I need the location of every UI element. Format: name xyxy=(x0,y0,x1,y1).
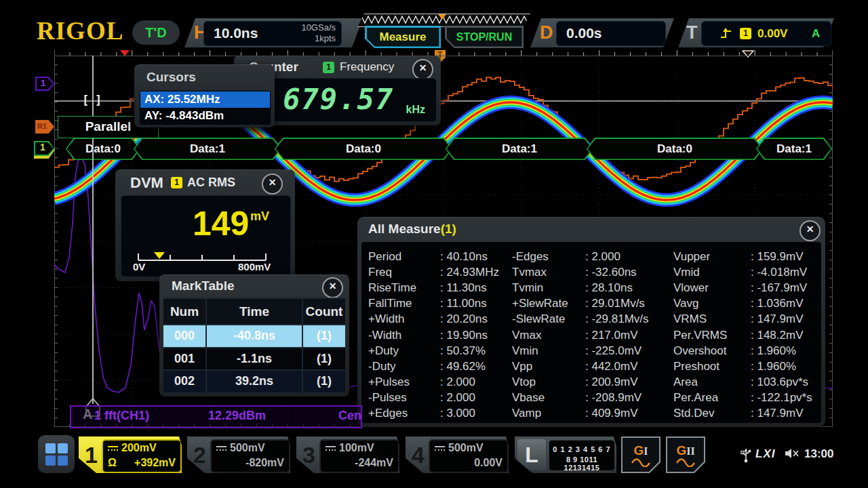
measure-value: : 49.62% xyxy=(440,360,486,373)
measure-column: -Edges: 2.000Tvmax: -32.60nsTvmin: 28.10… xyxy=(512,249,649,422)
measure-name: Std.Dev xyxy=(673,407,751,420)
measure-name: Vmid xyxy=(673,266,751,279)
measure-name: -SlewRate xyxy=(512,312,585,326)
measure-item: Vmax: 217.0mV xyxy=(512,327,649,343)
measure-item: +Edges: 3.000 xyxy=(368,406,499,422)
cursors-title: Cursors xyxy=(146,70,196,85)
math-channel-badge[interactable]: 1 xyxy=(35,77,54,91)
measure-item: Vpp: 442.0mV xyxy=(512,359,649,374)
measure-value: : 1.960% xyxy=(751,360,796,373)
measure-item: Freq: 24.93MHz xyxy=(368,264,499,280)
measure-item: +SlewRate: 29.01Mv/s xyxy=(512,296,649,312)
channel3-scale: 100mV xyxy=(339,442,374,454)
measure-item: -Edges: 2.000 xyxy=(512,249,649,264)
measure-value: : 103.6pv*s xyxy=(751,375,808,389)
channel4-button[interactable]: 4 500mV 0.00V xyxy=(406,436,509,473)
gen1-button[interactable]: GI xyxy=(621,436,660,473)
rigol-logo: RIGOL xyxy=(37,16,123,45)
channel1-button[interactable]: 1 200mV Ω +392mV xyxy=(79,436,182,473)
measure-value: : -167.9mV xyxy=(751,281,807,295)
measure-name: Vlower xyxy=(673,281,751,295)
measure-item: Vbase: -208.9mV xyxy=(512,390,649,406)
all-measure-panel: All Measure(1) ✕ Period: 40.10nsFreq: 24… xyxy=(357,217,825,427)
measure-value: : 2.000 xyxy=(440,391,475,405)
cursor-ay-readout[interactable]: AY: -4.843dBm xyxy=(140,108,270,123)
ref1-badge[interactable]: R1 xyxy=(35,120,54,134)
channel4-offset: 0.00V xyxy=(474,457,502,469)
measure-item: Overshoot: 1.960% xyxy=(673,343,812,359)
menu-button[interactable] xyxy=(38,435,75,473)
cursors-readout: AX: 25.52MHz AY: -4.843dBm xyxy=(139,90,271,125)
cursor-bracket-left[interactable]: [ xyxy=(82,94,89,107)
dc-coupling-icon xyxy=(216,446,226,451)
dvm-scale-marker xyxy=(154,252,165,259)
table-row[interactable]: 001-1.1ns(1) xyxy=(163,348,345,370)
measure-item: RiseTime: 11.30ns xyxy=(368,280,499,296)
measure-item: Preshoot: 1.960% xyxy=(673,359,812,374)
cursor-bracket-right[interactable]: ] xyxy=(95,94,102,107)
table-cell: Num xyxy=(163,299,205,324)
measure-name: Vupper xyxy=(673,250,751,264)
measure-value: : -29.81Mv/s xyxy=(585,312,649,326)
all-measure-title: All Measure(1) xyxy=(368,222,456,237)
table-cell: (1) xyxy=(303,371,345,392)
table-row[interactable]: 00239.2ns(1) xyxy=(163,371,345,392)
measure-name: Area xyxy=(673,375,751,389)
counter-close-button[interactable]: ✕ xyxy=(412,59,433,80)
measure-item: Per.VRMS: 148.2mV xyxy=(673,327,812,343)
measure-name: -Edges xyxy=(512,250,585,264)
measure-value: : 217.0mV xyxy=(585,329,638,342)
measure-menu-button[interactable]: Measure xyxy=(365,26,441,48)
cursors-panel: Cursors AX: 25.52MHz AY: -4.843dBm xyxy=(134,64,275,127)
table-row-selected[interactable]: 000-40.8ns(1) xyxy=(163,325,345,347)
table-cell: Count xyxy=(303,299,345,324)
measure-item: -Duty: 49.62% xyxy=(368,359,499,374)
measure-item: FallTime: 11.00ns xyxy=(368,296,499,312)
measure-value: : 2.000 xyxy=(440,375,475,389)
dvm-source-chip: 1 xyxy=(171,177,182,188)
measure-item: Vavg: 1.036mV xyxy=(673,296,812,312)
speaker-muted-icon[interactable] xyxy=(784,447,800,460)
waveform-preview-strip[interactable] xyxy=(357,14,532,27)
measure-item: Vupper: 159.9mV xyxy=(673,249,812,264)
sine-icon xyxy=(675,458,696,467)
gen2-button[interactable]: GII xyxy=(666,436,705,473)
dvm-close-button[interactable]: ✕ xyxy=(262,174,283,195)
marktable-close-button[interactable]: ✕ xyxy=(322,277,343,298)
cursor-ax-line[interactable] xyxy=(92,56,94,404)
bus-segment: Data:1 xyxy=(446,138,593,160)
measure-column: Period: 40.10nsFreq: 24.93MHzRiseTime: 1… xyxy=(368,249,499,422)
logic-analyzer-button[interactable]: L 0 1 2 3 4 5 6 7 8 9 1011 12131415 xyxy=(515,436,616,473)
marktable-title: MarkTable xyxy=(172,279,235,293)
sample-rate: 10GSa/s xyxy=(301,22,336,33)
memory-depth: 1kpts xyxy=(315,33,336,43)
measure-value: : 442.0mV xyxy=(585,360,638,373)
measure-item: +Duty: 50.37% xyxy=(368,343,499,359)
measure-value: : 11.30ns xyxy=(440,281,487,295)
channel4-scale: 500mV xyxy=(448,442,484,454)
measure-value: : -122.1pv*s xyxy=(751,391,812,405)
table-row[interactable]: NumTimeCount xyxy=(163,299,345,324)
bus-segment: Data:1 xyxy=(134,138,281,160)
oscilloscope-screen: RIGOL T'D H 10.0ns 10GSa/s 1kpts Measure… xyxy=(0,0,868,488)
trigger-readout: 1 0.00V A xyxy=(701,21,831,46)
channel2-button[interactable]: 2 500mV -820mV xyxy=(187,436,290,473)
preview-position-marker[interactable] xyxy=(438,14,446,20)
measure-value: : 1.960% xyxy=(751,344,796,358)
measure-value: : 147.9mV xyxy=(751,312,804,326)
sine-icon xyxy=(631,458,651,467)
measure-item: Vamp: 409.9mV xyxy=(512,406,649,422)
channel3-button[interactable]: 3 100mV -244mV xyxy=(296,436,399,473)
measure-item: -SlewRate: -29.81Mv/s xyxy=(512,312,649,327)
measure-item: -Width: 19.90ns xyxy=(368,327,499,343)
timebase-readout: 10.0ns 10GSa/s 1kpts xyxy=(203,21,342,46)
measure-name: Freq xyxy=(368,266,440,279)
measure-name: Overshoot xyxy=(673,344,751,358)
channel4-number: 4 xyxy=(412,442,425,468)
cursor-ax-readout[interactable]: AX: 25.52MHz xyxy=(140,92,270,108)
measure-value: : 159.9mV xyxy=(751,250,804,264)
all-measure-close-button[interactable]: ✕ xyxy=(800,220,821,241)
lxi-indicator: LXI xyxy=(755,447,775,461)
stop-run-button[interactable]: STOP/RUN xyxy=(445,26,524,48)
measure-item: Vtop: 200.9mV xyxy=(512,375,649,390)
